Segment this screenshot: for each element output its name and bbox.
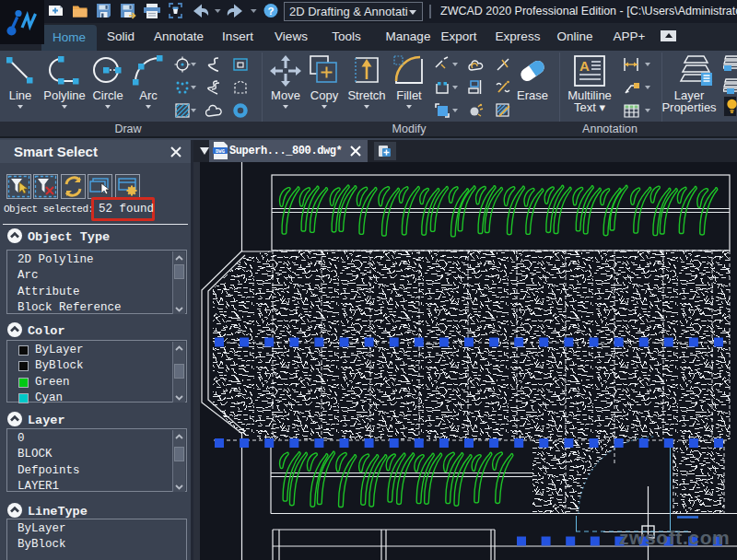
svg-text:zwsoft.com: zwsoft.com (619, 527, 730, 548)
svg-text:DWG: DWG (216, 148, 226, 155)
svg-text:A: A (579, 58, 590, 74)
svg-text:?: ? (267, 6, 274, 17)
